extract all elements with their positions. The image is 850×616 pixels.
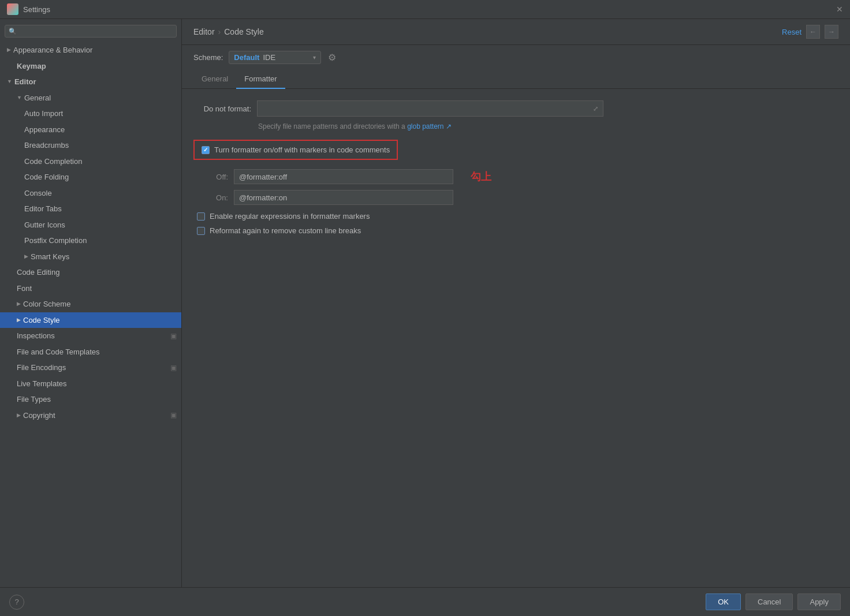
sidebar-item-label: Editor Tabs [24,203,62,215]
sidebar-item-inspections[interactable]: Inspections ▣ [0,328,181,344]
sidebar-item-label: Inspections [17,330,55,342]
sidebar-item-label: Auto Import [24,108,63,120]
chevron-icon: ▶ [7,46,11,54]
formatter-on-row: On: [205,190,838,205]
scheme-select[interactable]: Default IDE ▾ [229,51,321,64]
scheme-dropdown-arrow: ▾ [313,54,316,61]
sidebar-item-code-editing[interactable]: Code Editing [0,264,181,281]
sidebar-item-code-folding[interactable]: Code Folding [0,169,181,185]
formatter-checkbox-highlighted: Turn formatter on/off with markers in co… [193,140,398,160]
tab-general[interactable]: General [193,70,236,89]
tabs-row: General Formatter [182,70,850,89]
ok-button[interactable]: OK [706,593,741,610]
on-label: On: [205,193,228,202]
chevron-icon: ▶ [24,253,28,261]
content-panel: Do not format: ⤢ Specify file name patte… [182,89,850,587]
sidebar-item-label: Color Scheme [23,298,70,310]
tab-formatter[interactable]: Formatter [236,70,285,89]
scheme-row: Scheme: Default IDE ▾ ⚙ [182,45,850,70]
help-button[interactable]: ? [9,595,24,610]
sidebar-item-label: Code Folding [24,171,69,183]
sidebar-item-code-style[interactable]: ▶ Code Style [0,312,181,328]
sidebar-item-font[interactable]: Font [0,281,181,297]
sidebar-item-label: Console [24,188,52,199]
chevron-icon: ▶ [17,412,21,420]
chevron-icon: ▼ [17,94,22,102]
off-label: Off: [205,173,228,181]
regex-label: Enable regular expressions in formatter … [210,212,370,221]
sidebar-item-color-scheme[interactable]: ▶ Color Scheme [0,296,181,312]
reset-button[interactable]: Reset [782,28,801,36]
window-title: Settings [23,5,50,14]
nav-back-button[interactable]: ← [806,25,820,39]
sidebar-item-keymap[interactable]: Keymap [0,58,181,74]
sidebar-item-auto-import[interactable]: Auto Import [0,106,181,122]
close-button[interactable]: ✕ [836,5,843,14]
on-value-input[interactable] [234,190,453,205]
scheme-gear-button[interactable]: ⚙ [327,51,337,64]
search-icon: 🔍 [9,28,17,35]
glob-pattern-link[interactable]: glob pattern ↗ [407,122,452,130]
chevron-icon: ▶ [17,316,21,324]
sidebar-item-label: Code Style [23,315,60,326]
apply-button[interactable]: Apply [797,593,841,610]
expand-icon: ⤢ [593,105,598,113]
sidebar-item-label: Gutter Icons [24,219,65,231]
formatter-main-checkbox[interactable] [202,146,210,154]
app-icon [7,3,18,15]
sidebar-item-label: Editor [14,76,36,88]
off-value-input[interactable] [234,169,453,184]
sidebar-item-appearance-behavior[interactable]: ▶ Appearance & Behavior [0,42,181,58]
sidebar-item-live-templates[interactable]: Live Templates [0,376,181,392]
sidebar-item-smart-keys[interactable]: ▶ Smart Keys [0,249,181,265]
sidebar-item-console[interactable]: Console [0,185,181,201]
annotation-text: 勾上 [471,170,491,184]
sidebar-item-file-encodings[interactable]: File Encodings ▣ [0,360,181,376]
sidebar-item-editor-tabs[interactable]: Editor Tabs [0,201,181,217]
sidebar-item-editor[interactable]: ▼ Editor [0,74,181,90]
sidebar-item-file-code-templates[interactable]: File and Code Templates [0,344,181,360]
nav-forward-button[interactable]: → [825,25,838,39]
sidebar-item-postfix-completion[interactable]: Postfix Completion [0,233,181,249]
chevron-icon: ▶ [17,300,21,308]
sidebar-item-label: Font [17,283,32,294]
formatter-main-label: Turn formatter on/off with markers in co… [214,145,390,154]
reformat-label: Reformat again to remove custom line bre… [210,226,361,235]
sidebar-item-label: Live Templates [17,378,66,390]
search-box[interactable]: 🔍 [5,25,177,38]
sidebar-item-general[interactable]: ▼ General [0,90,181,106]
header-actions: Reset ← → [782,25,838,39]
title-bar: Settings ✕ [0,0,850,19]
sidebar-item-label: General [24,92,51,104]
sidebar: 🔍 ▶ Appearance & Behavior Keymap ▼ Edito… [0,19,182,587]
sidebar-item-label: File Types [17,394,51,405]
sidebar-item-code-completion[interactable]: Code Completion [0,154,181,170]
content-header: Editor › Code Style Reset ← → [182,19,850,45]
sidebar-item-label: Postfix Completion [24,235,87,247]
sidebar-item-file-types[interactable]: File Types [0,391,181,408]
sidebar-item-breadcrumbs[interactable]: Breadcrumbs [0,137,181,154]
main-layout: 🔍 ▶ Appearance & Behavior Keymap ▼ Edito… [0,19,850,587]
sidebar-item-appearance[interactable]: Appearance [0,122,181,138]
sidebar-item-gutter-icons[interactable]: Gutter Icons [0,217,181,233]
breadcrumb: Editor › Code Style [193,27,264,36]
reformat-checkbox[interactable] [197,227,205,235]
scheme-name-blue: Default [234,53,259,62]
search-input[interactable] [19,27,173,35]
scheme-name-rest: IDE [263,53,275,62]
inspections-icon: ▣ [170,331,177,341]
do-not-format-input[interactable]: ⤢ [257,100,603,117]
sidebar-item-label: Breadcrumbs [24,140,69,151]
sidebar-item-label: File Encodings [17,362,66,374]
sidebar-item-label: Code Completion [24,156,82,167]
sidebar-item-label: Keymap [17,61,46,72]
reformat-checkbox-row: Reformat again to remove custom line bre… [197,226,838,235]
breadcrumb-separator: › [218,27,221,36]
regex-checkbox[interactable] [197,212,205,221]
hint-text: Specify file name patterns and directori… [258,122,838,130]
cancel-button[interactable]: Cancel [745,593,793,610]
formatter-off-row: Off: 勾上 [205,169,838,184]
content-area: Editor › Code Style Reset ← → Scheme: De… [182,19,850,587]
scheme-label: Scheme: [193,53,223,62]
sidebar-item-copyright[interactable]: ▶ Copyright ▣ [0,408,181,424]
